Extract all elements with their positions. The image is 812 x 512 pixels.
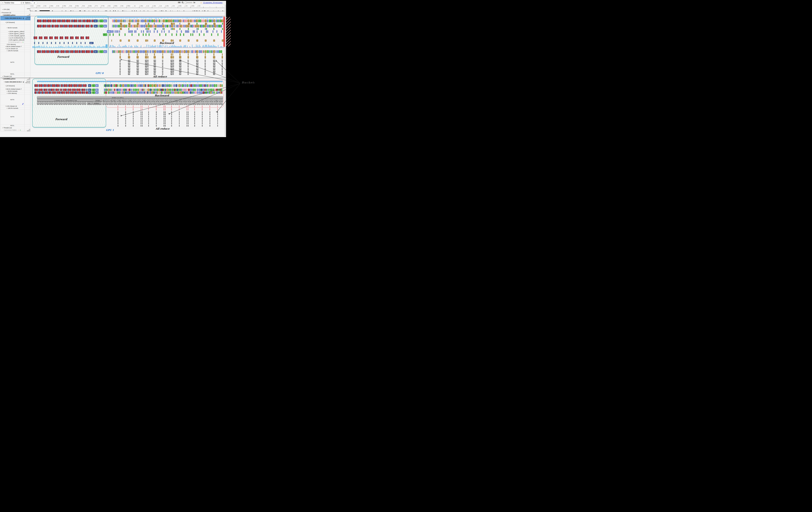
kernel-block[interactable] bbox=[210, 84, 210, 87]
kernel-block[interactable] bbox=[137, 53, 138, 56]
kernel-block[interactable] bbox=[193, 89, 194, 91]
kernel-block[interactable]: ... bbox=[55, 36, 56, 39]
kernel-block[interactable] bbox=[153, 25, 154, 27]
nvtx-small-range[interactable] bbox=[192, 102, 194, 105]
kernel-block[interactable] bbox=[203, 20, 204, 22]
tree-expander-icon[interactable]: ▸ bbox=[2, 9, 3, 10]
kernel-block[interactable] bbox=[147, 89, 150, 91]
kernel-block[interactable] bbox=[148, 23, 149, 25]
kernel-block[interactable] bbox=[58, 84, 59, 87]
nvtx-small-range[interactable] bbox=[142, 102, 144, 105]
kernel-block[interactable] bbox=[113, 25, 114, 27]
kernel-block[interactable] bbox=[196, 84, 196, 87]
kernel-block[interactable] bbox=[201, 20, 203, 22]
kernel-block[interactable] bbox=[98, 25, 99, 27]
kernel-block[interactable] bbox=[115, 84, 117, 87]
tree-expander-icon[interactable]: ▾ bbox=[5, 106, 6, 107]
nccl-kernel-block[interactable] bbox=[213, 39, 215, 42]
kernel-block[interactable] bbox=[192, 84, 194, 87]
nccl-range-block[interactable] bbox=[156, 125, 157, 127]
nvtx-forward-range[interactable]: 1_forward, op_id = 34706 [438.217 ms] bbox=[37, 99, 94, 102]
kernel-block[interactable] bbox=[46, 91, 48, 94]
kernel-block[interactable] bbox=[164, 30, 165, 33]
nvtx-range-block[interactable] bbox=[156, 113, 157, 115]
nvtx-range-block[interactable] bbox=[217, 122, 218, 124]
kernel-block[interactable] bbox=[210, 20, 211, 22]
kernel-block[interactable] bbox=[220, 84, 222, 87]
nvtx-small-range[interactable] bbox=[125, 99, 127, 102]
kernel-block[interactable] bbox=[123, 20, 124, 22]
kernel-block[interactable]: ... bbox=[88, 25, 89, 27]
kernel-block[interactable] bbox=[74, 20, 74, 22]
kernel-block[interactable] bbox=[173, 56, 174, 58]
kernel-block[interactable] bbox=[171, 53, 172, 56]
kernel-block[interactable] bbox=[182, 91, 184, 94]
kernel-block[interactable] bbox=[204, 91, 205, 94]
nvtx-small-range[interactable] bbox=[178, 99, 180, 102]
nvtx-range-block[interactable] bbox=[125, 111, 126, 113]
kernel-block[interactable]: n... bbox=[221, 20, 223, 22]
nvtx-range-block[interactable] bbox=[165, 118, 166, 120]
kernel-block[interactable] bbox=[92, 89, 92, 91]
kernel-block[interactable] bbox=[57, 36, 58, 39]
kernel-block[interactable] bbox=[200, 20, 201, 22]
kernel-block[interactable] bbox=[141, 20, 142, 22]
kernel-block[interactable] bbox=[142, 89, 143, 91]
kernel-block[interactable] bbox=[39, 89, 40, 91]
tree-expander-icon[interactable]: ▸ bbox=[5, 85, 6, 86]
kernel-block[interactable] bbox=[157, 89, 158, 91]
kernel-block[interactable] bbox=[202, 50, 203, 53]
kernel-block[interactable] bbox=[123, 25, 123, 27]
nccl-range-block[interactable] bbox=[148, 125, 149, 127]
nvtx-range-block[interactable] bbox=[186, 118, 187, 120]
kernel-block[interactable] bbox=[141, 30, 142, 33]
kernel-block[interactable]: n... bbox=[213, 50, 215, 53]
nvtx-range-block[interactable] bbox=[186, 116, 187, 117]
kernel-block[interactable] bbox=[104, 91, 105, 94]
kernel-block[interactable] bbox=[75, 50, 76, 53]
kernel-block[interactable] bbox=[48, 50, 49, 53]
kernel-block[interactable] bbox=[213, 91, 215, 94]
kernel-block[interactable] bbox=[108, 89, 110, 91]
kernel-block[interactable] bbox=[131, 84, 132, 87]
kernel-block[interactable] bbox=[47, 84, 47, 87]
nvtx-small-range[interactable] bbox=[44, 102, 46, 105]
kernel-block[interactable] bbox=[43, 84, 44, 87]
stream16-kernel-block[interactable] bbox=[217, 108, 218, 111]
kernel-block[interactable] bbox=[79, 50, 80, 53]
nvtx-range-block[interactable] bbox=[164, 120, 164, 122]
tree-expander-icon[interactable]: ▾ bbox=[5, 22, 6, 23]
kernel-block[interactable]: n... bbox=[162, 50, 164, 53]
kernel-block[interactable] bbox=[128, 89, 130, 91]
kernel-block[interactable] bbox=[124, 50, 126, 53]
nvtx-small-range[interactable] bbox=[140, 102, 142, 105]
kernel-block[interactable] bbox=[34, 42, 35, 44]
kernel-block[interactable] bbox=[116, 25, 117, 27]
kernel-block[interactable] bbox=[161, 20, 162, 22]
kernel-block[interactable] bbox=[48, 89, 49, 91]
kernel-block[interactable]: sg... bbox=[88, 91, 91, 94]
kernel-block[interactable]: sg... bbox=[100, 50, 103, 53]
kernel-block[interactable] bbox=[159, 25, 160, 27]
nvtx-small-range[interactable]: a... bbox=[103, 99, 106, 102]
kernel-block[interactable]: n... bbox=[214, 25, 216, 27]
kernel-block[interactable] bbox=[146, 84, 147, 87]
kernel-block[interactable] bbox=[123, 50, 124, 53]
kernel-block[interactable] bbox=[50, 89, 51, 91]
kernel-block[interactable] bbox=[114, 84, 115, 87]
kernel-block[interactable] bbox=[54, 91, 56, 94]
nvtx-small-range[interactable] bbox=[203, 102, 205, 105]
kernel-block[interactable]: n... bbox=[204, 25, 206, 27]
kernel-block[interactable] bbox=[143, 91, 144, 94]
kernel-block[interactable] bbox=[126, 50, 127, 53]
kernel-block[interactable]: n... bbox=[171, 23, 173, 25]
sidebar-item-nccl2[interactable]: NCCL bbox=[0, 124, 24, 127]
nccl-range-block[interactable]: n... bbox=[128, 73, 130, 75]
stream16-kernel-block[interactable] bbox=[188, 105, 188, 108]
kernel-block[interactable] bbox=[156, 50, 157, 53]
nvtx-range-block[interactable]: ... bbox=[162, 68, 163, 70]
nvtx-small-range[interactable] bbox=[102, 102, 104, 105]
nvtx-small-range[interactable] bbox=[205, 102, 207, 105]
kernel-block[interactable] bbox=[56, 50, 57, 53]
nvtx-range-block[interactable] bbox=[173, 62, 174, 65]
